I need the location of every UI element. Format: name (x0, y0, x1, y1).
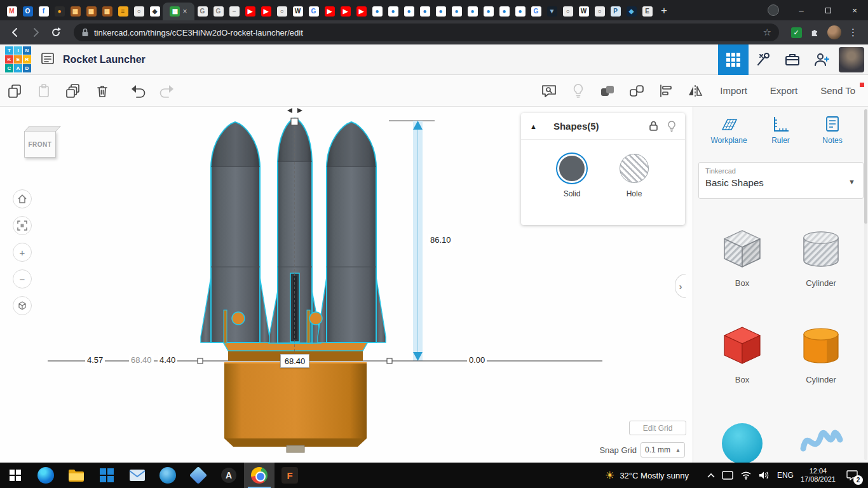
invite-person-icon[interactable] (807, 44, 836, 75)
workplane-tool[interactable]: Workplane (705, 116, 753, 145)
redo-button[interactable] (153, 78, 182, 104)
mail-icon[interactable] (122, 463, 153, 488)
export-button[interactable]: Export (760, 80, 808, 101)
browser-tab[interactable]: ▦ × (163, 3, 194, 20)
projects-briefcase-icon[interactable] (778, 44, 807, 75)
left-width-label[interactable]: 68.40 (129, 355, 154, 366)
browser-tab[interactable]: E × (639, 3, 655, 20)
tinker-tools-icon[interactable] (749, 44, 778, 75)
browser-tab[interactable]: ○ × (560, 3, 576, 20)
browser-tab[interactable]: ▶ × (258, 3, 274, 20)
hole-option[interactable]: Hole (620, 154, 649, 198)
solid-swatch[interactable] (557, 154, 587, 183)
rocket-left[interactable] (201, 122, 269, 342)
browser-tab[interactable]: ▼ × (544, 3, 560, 20)
media-controls-icon[interactable] (768, 4, 779, 16)
browser-tab[interactable]: ● × (465, 3, 480, 20)
browser-tab[interactable]: ○ × (131, 3, 147, 20)
language-indicator[interactable]: ENG (777, 471, 794, 480)
lock-icon[interactable] (649, 121, 658, 132)
browser-app-icon[interactable] (153, 463, 183, 488)
action-center-icon[interactable]: 2 (843, 463, 862, 488)
perspective-toggle-button[interactable] (13, 296, 32, 315)
browser-tab[interactable]: ● × (385, 3, 401, 20)
browser-tab[interactable]: ● × (417, 3, 433, 20)
library-shape-scribble[interactable] (786, 421, 856, 465)
browser-tab[interactable]: – × (226, 3, 242, 20)
send-to-button[interactable]: Send To (810, 80, 865, 101)
undo-button[interactable] (123, 78, 153, 104)
duplicate-button[interactable] (58, 78, 88, 104)
rocket-right[interactable] (318, 122, 386, 342)
browser-tab[interactable]: ◆ × (623, 3, 639, 20)
browser-tab[interactable]: ▶ × (353, 3, 369, 20)
mirror-button[interactable] (681, 78, 710, 104)
maximize-button[interactable] (815, 0, 841, 20)
tab-close-icon[interactable]: × (182, 7, 187, 16)
workspace-canvas[interactable]: 86.10 4.57 68.40 4.40 68.40 0.00 FRONT +… (0, 107, 868, 463)
align-button[interactable] (651, 78, 681, 104)
bookmark-star-icon[interactable]: ☆ (763, 27, 771, 38)
browser-tab[interactable]: P × (607, 3, 623, 20)
ruler-tool[interactable]: Ruler (757, 116, 805, 145)
zoom-out-button[interactable]: − (13, 269, 32, 288)
library-shape-sphere[interactable] (707, 421, 777, 465)
file-explorer-icon[interactable] (61, 463, 92, 488)
design-menu-icon[interactable] (40, 51, 55, 69)
right-offset-label[interactable]: 0.00 (467, 355, 487, 366)
browser-tab[interactable]: ▶ × (337, 3, 353, 20)
dashboard-grid-button[interactable] (718, 44, 749, 75)
visibility-bulb-icon[interactable] (667, 121, 676, 132)
extension-check-icon[interactable]: ✓ (788, 24, 804, 41)
network-icon[interactable] (740, 471, 752, 480)
browser-tab[interactable]: ▦ × (67, 3, 83, 20)
browser-tab[interactable]: ▶ × (322, 3, 337, 20)
browser-tab[interactable]: ○ × (592, 3, 607, 20)
reload-button[interactable] (47, 24, 65, 41)
app-grid-icon[interactable] (92, 463, 122, 488)
browser-tab[interactable]: G × (194, 3, 210, 20)
browser-menu-icon[interactable]: ⋮ (845, 24, 862, 41)
weather-widget[interactable]: ☀ 32°C Mostly sunny (605, 469, 689, 482)
library-shape-box-striped[interactable]: Box (707, 227, 777, 288)
design-title[interactable]: Rocket Launcher (63, 54, 146, 65)
browser-tab[interactable]: O × (20, 3, 36, 20)
chrome-icon[interactable] (244, 463, 275, 488)
start-button[interactable] (0, 463, 31, 488)
home-view-button[interactable] (13, 189, 32, 208)
browser-tab[interactable]: M × (4, 3, 20, 20)
height-dimension-label[interactable]: 86.10 (428, 234, 453, 246)
library-shape-box-red[interactable]: Box (707, 324, 777, 384)
browser-tab[interactable]: ● × (480, 3, 496, 20)
tablet-icon[interactable] (722, 471, 733, 480)
browser-tab[interactable]: W × (290, 3, 306, 20)
a-app-icon[interactable]: A (214, 463, 244, 488)
volume-icon[interactable] (759, 471, 770, 480)
browser-tab[interactable]: G × (528, 3, 544, 20)
browser-tab[interactable]: ◆ × (147, 3, 163, 20)
paste-button[interactable] (29, 78, 58, 104)
ungroup-button[interactable] (622, 78, 651, 104)
browser-tab[interactable]: ● × (433, 3, 449, 20)
close-button[interactable]: × (841, 0, 868, 20)
browser-tab[interactable]: ● × (369, 3, 385, 20)
browser-tab[interactable]: ● × (449, 3, 465, 20)
browser-tab[interactable]: G × (210, 3, 226, 20)
browser-tab[interactable]: ● × (51, 3, 67, 20)
comment-search-icon[interactable] (534, 78, 564, 104)
browser-tab[interactable]: ● × (496, 3, 512, 20)
notes-tool[interactable]: Notes (808, 116, 857, 145)
fit-view-button[interactable] (13, 216, 32, 235)
library-shape-cylinder-orange[interactable]: Cylinder (786, 324, 856, 384)
account-avatar[interactable] (839, 47, 864, 72)
browser-tab[interactable]: ≡ × (115, 3, 131, 20)
browser-tab[interactable]: f × (36, 3, 51, 20)
browser-tab[interactable]: ▶ × (242, 3, 258, 20)
browser-profile-avatar[interactable] (826, 24, 843, 41)
clock[interactable]: 12:04 17/08/2021 (801, 467, 836, 484)
shape-category-dropdown[interactable]: Tinkercad Basic Shapes ▼ (698, 162, 864, 199)
view-cube-front-face[interactable]: FRONT (24, 131, 56, 158)
tinkercad-app-icon[interactable]: F (275, 463, 305, 488)
extensions-puzzle-icon[interactable] (807, 24, 824, 41)
tray-expand-icon[interactable] (707, 473, 715, 478)
